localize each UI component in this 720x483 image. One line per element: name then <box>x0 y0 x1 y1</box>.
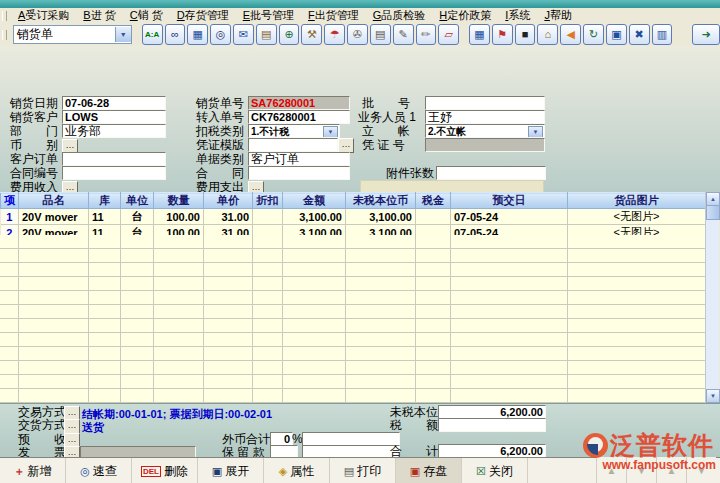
printer-icon: ▤ <box>344 466 354 477</box>
refresh-icon[interactable]: ↻ <box>583 24 604 45</box>
voucher-template-field[interactable] <box>248 138 338 152</box>
scrollbar-thumb[interactable] <box>706 205 720 220</box>
eraser-icon[interactable]: ▱ <box>438 24 459 45</box>
doc-category-field[interactable]: 客户订单 <box>248 152 350 166</box>
close-window-icon: ☒ <box>476 466 486 477</box>
menu-purchase[interactable]: A受订采购 <box>11 8 76 23</box>
pushpin-icon[interactable]: ✇ <box>347 24 368 45</box>
doc-type-combo[interactable]: 销货单 ▼ <box>13 25 132 44</box>
cell-amount[interactable]: 3,100.00 <box>283 209 346 225</box>
batch-no-label: 批 号 <box>362 97 410 110</box>
close-button[interactable]: ☒关闭 <box>462 458 528 483</box>
chevron-down-icon[interactable]: ▼ <box>528 126 543 138</box>
cell-discount[interactable] <box>253 209 283 225</box>
contract-no-label: 合同编号 <box>10 167 58 180</box>
transfer-no-field[interactable]: CK76280001 <box>248 110 350 124</box>
cell-unit[interactable]: 台 <box>121 209 154 225</box>
menu-sales[interactable]: C销 货 <box>123 8 170 23</box>
snapshot-icon[interactable]: ■ <box>515 24 536 45</box>
chevron-down-icon[interactable]: ▼ <box>323 126 338 138</box>
cell-product[interactable]: 20V mover <box>19 209 89 225</box>
expand-button[interactable]: ▣展开 <box>198 458 264 483</box>
save-button[interactable]: ▣存盘 <box>396 458 462 483</box>
foreign-percent-field[interactable]: 0 <box>270 432 293 446</box>
delete-button[interactable]: DEL删除 <box>132 458 198 483</box>
cell-price[interactable]: 31.00 <box>204 209 253 225</box>
tax-type-label: 扣税类别 <box>196 125 244 138</box>
menu-batch[interactable]: E批号管理 <box>236 8 301 23</box>
tools-icon[interactable]: ⚒ <box>301 24 322 45</box>
mail-icon[interactable]: ✉ <box>233 24 254 45</box>
row-index[interactable]: 1 <box>1 209 19 225</box>
pencil-info-icon[interactable]: ✏ <box>416 24 437 45</box>
voucher-no-label: 凭 证 号 <box>362 139 405 152</box>
magnifier-icon: ◎ <box>80 466 90 477</box>
delivery-mode-info: 送货 <box>82 420 104 435</box>
globe-icon[interactable]: ⊕ <box>279 24 300 45</box>
cell-warehouse[interactable]: 11 <box>89 209 121 225</box>
account-type-dropdown[interactable]: 2.不立帐▼ <box>425 124 545 138</box>
table-grid-icon[interactable]: ▦ <box>469 24 490 45</box>
salesperson-field[interactable]: 王妤 <box>425 110 545 124</box>
find-replace-icon[interactable]: A:A <box>142 24 163 45</box>
preview-icon[interactable]: ◎ <box>210 24 231 45</box>
cell-tax[interactable] <box>416 209 451 225</box>
doc-type-combo-value: 销货单 <box>14 26 115 43</box>
menu-inbound[interactable]: B进 货 <box>76 8 122 23</box>
tax-type-dropdown[interactable]: 1.不计税▼ <box>248 124 340 138</box>
nav-prev-icon[interactable]: ▼ <box>626 457 656 483</box>
menu-system[interactable]: I系统 <box>498 8 537 23</box>
foreign-total-field[interactable] <box>302 432 400 446</box>
properties-button[interactable]: ◈属性 <box>264 458 330 483</box>
contract-no-field[interactable] <box>62 166 166 180</box>
exit-person-icon[interactable]: ➜ <box>692 24 720 45</box>
menu-bar: A受订采购 B进 货 C销 货 D存货管理 E批号管理 F出货管理 G品质检验 … <box>0 8 720 24</box>
contract-field[interactable] <box>248 166 350 180</box>
menu-help[interactable]: J帮助 <box>537 8 579 23</box>
table-row[interactable]: 1 20V mover 11 台 100.00 31.00 3,100.00 3… <box>1 209 706 225</box>
cell-duedate[interactable]: 07-05-24 <box>451 209 568 225</box>
schedule-icon[interactable]: ▦ <box>187 24 208 45</box>
nav-last-icon[interactable]: ▼ <box>686 457 716 483</box>
customer-field[interactable]: LOWS <box>62 110 166 124</box>
close-x-icon[interactable]: ✖ <box>629 24 650 45</box>
menu-inventory[interactable]: D存货管理 <box>170 8 236 23</box>
sale-date-field[interactable]: 07-06-28 <box>62 96 166 110</box>
col-header-tax: 税金 <box>416 193 451 209</box>
print-button[interactable]: ▤打印 <box>330 458 396 483</box>
menu-pricing[interactable]: H定价政策 <box>432 8 498 23</box>
nav-next-icon[interactable]: ▲ <box>656 457 686 483</box>
batch-no-field[interactable] <box>425 96 545 110</box>
flag-icon[interactable]: ⚑ <box>492 24 513 45</box>
menu-quality[interactable]: G品质检验 <box>366 8 433 23</box>
scroll-down-icon[interactable]: ▼ <box>706 389 720 403</box>
speaker-icon[interactable]: ◀ <box>560 24 581 45</box>
drawer-icon[interactable]: ▤ <box>256 24 277 45</box>
notepad-icon[interactable]: ▤ <box>370 24 391 45</box>
grand-total-field: 6,200.00 <box>438 444 546 458</box>
scroll-up-icon[interactable]: ▲ <box>706 192 720 206</box>
cascade-window-icon[interactable]: ▣ <box>606 24 627 45</box>
grid-header-row: 项 品名 库 单位 数量 单价 折扣 金额 未税本位币 税金 预交日 货品图片 <box>1 193 706 209</box>
customer-order-field[interactable] <box>62 152 166 166</box>
col-header-index: 项 <box>1 193 19 209</box>
attachments-field[interactable] <box>436 166 546 180</box>
delivery-mode-browse-button[interactable]: … <box>64 419 80 434</box>
grid-scrollbar[interactable]: ▲ ▼ <box>705 192 719 403</box>
cell-qty[interactable]: 100.00 <box>154 209 204 225</box>
agent-umbrella-icon[interactable]: ☂ <box>324 24 345 45</box>
voucher-template-browse-button[interactable]: … <box>338 138 354 153</box>
pencil-icon[interactable]: ✎ <box>393 24 414 45</box>
chevron-down-icon[interactable]: ▼ <box>115 27 131 42</box>
quick-search-button[interactable]: ◎速查 <box>66 458 132 483</box>
cell-untaxed[interactable]: 3,100.00 <box>346 209 416 225</box>
add-button[interactable]: ＋新增 <box>0 458 66 483</box>
desktop-icon[interactable]: ▥ <box>652 24 673 45</box>
menu-shipping[interactable]: F出货管理 <box>301 8 366 23</box>
cell-image[interactable]: <无图片> <box>568 209 706 225</box>
properties-icon: ◈ <box>279 466 287 477</box>
nav-first-icon[interactable]: ▲ <box>596 457 626 483</box>
bank-icon[interactable]: ⌂ <box>537 24 558 45</box>
department-field[interactable]: 业务部 <box>62 124 166 138</box>
binoculars-search-icon[interactable]: ∞ <box>165 24 186 45</box>
